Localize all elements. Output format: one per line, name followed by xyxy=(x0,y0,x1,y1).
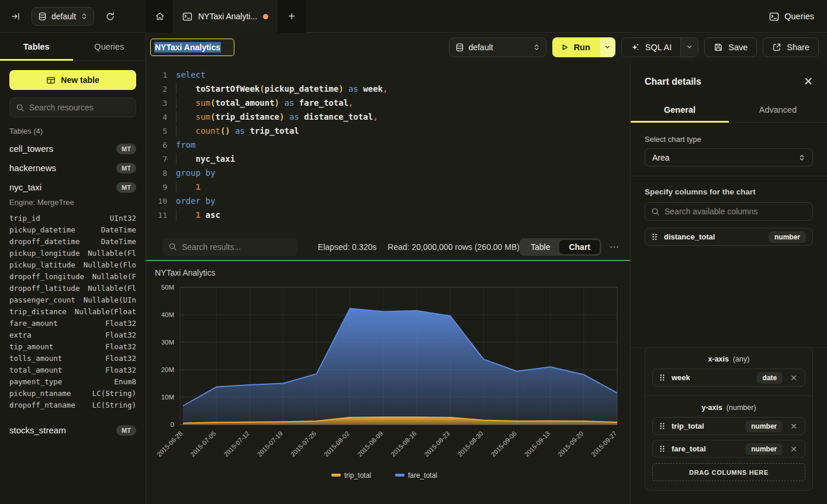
remove-column-icon[interactable]: ✕ xyxy=(789,422,798,431)
save-button[interactable]: Save xyxy=(704,37,757,57)
column-type: UInt32 xyxy=(110,214,136,225)
sidebar-tab-queries[interactable]: Queries xyxy=(73,33,146,60)
chart-type-select[interactable]: Area xyxy=(645,148,813,166)
svg-text:2015-08-09: 2015-08-09 xyxy=(356,430,384,458)
columns-search[interactable] xyxy=(645,202,813,221)
chart-details-panel: Chart details ✕ General Advanced Select … xyxy=(630,61,827,504)
column-row: dropoff_longitude Nullable(F xyxy=(9,272,136,284)
run-options-button[interactable] xyxy=(600,37,615,57)
legend-item[interactable]: trip_total xyxy=(331,471,371,479)
tab-general[interactable]: General xyxy=(631,98,729,122)
column-name: dropoff_ntaname xyxy=(9,401,75,412)
svg-text:2015-08-23: 2015-08-23 xyxy=(423,430,451,458)
column-type: DateTime xyxy=(101,237,136,249)
sidebar-tab-tables[interactable]: Tables xyxy=(0,33,73,60)
results-search[interactable] xyxy=(162,238,297,256)
query-toolbar: NYTaxi Analytics default Run xyxy=(146,33,827,61)
column-name: payment_type xyxy=(9,377,62,389)
share-button[interactable]: Share xyxy=(763,37,819,57)
table-row[interactable]: cell_towers MT xyxy=(0,139,146,158)
table-row[interactable]: hackernews MT xyxy=(0,158,146,178)
x-axis-items: week date ✕ xyxy=(652,369,805,387)
database-selector[interactable]: default xyxy=(32,7,94,26)
column-name: trip_distance xyxy=(9,307,67,319)
column-name: pickup_latitude xyxy=(9,260,75,272)
columns-search-input[interactable] xyxy=(665,207,807,216)
table-row[interactable]: stocks_stream MT xyxy=(0,420,146,440)
save-icon xyxy=(714,43,723,52)
code-line: 5 count() as trip_total xyxy=(146,124,630,138)
drag-handle-icon[interactable] xyxy=(652,232,658,241)
results-search-input[interactable] xyxy=(182,242,292,252)
drag-handle-icon[interactable] xyxy=(659,373,665,382)
line-number: 1 xyxy=(151,71,167,79)
column-row: tip_amount Float32 xyxy=(9,342,136,354)
svg-text:20M: 20M xyxy=(161,366,174,373)
sidebar: Tables Queries New table Tables (4) cell… xyxy=(0,33,146,504)
column-pill[interactable]: distance_total number xyxy=(645,228,813,246)
read-stat: Read: 20,000,000 rows (260.00 MB) xyxy=(387,242,520,252)
engine-label: Engine: MergeTree xyxy=(0,197,146,211)
tab-nytaxi-analytics[interactable]: NYTaxi Analyti... xyxy=(173,0,278,33)
column-row: trip_id UInt32 xyxy=(9,214,136,225)
panel-tabs: General Advanced xyxy=(631,98,827,123)
view-toggle: Table Chart xyxy=(520,238,601,256)
tables-list: cell_towers MT hackernews MT nyc_taxi MT… xyxy=(0,139,146,440)
svg-text:30M: 30M xyxy=(161,339,174,346)
queries-button[interactable]: Queries xyxy=(769,12,814,21)
column-type: Nullable(Fl xyxy=(88,284,136,296)
column-type: Float32 xyxy=(105,366,136,377)
new-table-button[interactable]: New table xyxy=(9,70,136,90)
query-title-input[interactable]: NYTaxi Analytics xyxy=(150,39,234,56)
close-panel-icon[interactable]: ✕ xyxy=(804,76,813,87)
sql-editor[interactable]: 1 select 2 toStartOfWeek(pickup_datetime… xyxy=(146,61,630,234)
new-tab-button[interactable]: + xyxy=(278,0,306,33)
line-number: 9 xyxy=(151,183,167,192)
sidebar-search-input[interactable] xyxy=(29,103,130,112)
sidebar-search[interactable] xyxy=(9,98,136,117)
remove-column-icon[interactable]: ✕ xyxy=(789,444,798,454)
column-row: total_amount Float32 xyxy=(9,366,136,377)
sql-ai-button[interactable]: SQL AI xyxy=(622,38,680,57)
column-name: passenger_count xyxy=(9,296,75,307)
svg-text:2015-07-19: 2015-07-19 xyxy=(256,430,284,458)
column-name: extra xyxy=(9,331,32,342)
toggle-chart[interactable]: Chart xyxy=(559,240,600,254)
svg-text:2015-09-13: 2015-09-13 xyxy=(523,430,551,458)
code-line: 6 from xyxy=(146,138,630,152)
collapse-sidebar-icon[interactable] xyxy=(8,9,23,24)
home-tab[interactable] xyxy=(146,0,173,33)
column-type: Enum8 xyxy=(114,377,136,389)
code-line: 8 group by xyxy=(146,166,630,180)
code-text: 1 xyxy=(176,182,200,192)
table-name: stocks_stream xyxy=(9,425,116,435)
column-pill[interactable]: fare_total number ✕ xyxy=(652,440,805,458)
code-line: 11 1 asc xyxy=(146,208,630,222)
refresh-icon[interactable] xyxy=(102,9,117,24)
more-options-icon[interactable]: ⋯ xyxy=(606,241,623,252)
query-database-selector[interactable]: default xyxy=(449,37,546,57)
tab-advanced[interactable]: Advanced xyxy=(729,98,827,122)
table-row[interactable]: nyc_taxi MT xyxy=(0,178,146,197)
query-tab-icon xyxy=(182,12,192,21)
run-button[interactable]: Run xyxy=(552,37,600,57)
chart-type-label: Select chart type xyxy=(645,135,813,144)
legend-item[interactable]: fare_total xyxy=(395,471,437,479)
remove-column-icon[interactable]: ✕ xyxy=(789,373,798,383)
run-label: Run xyxy=(574,43,590,52)
sql-ai-options-button[interactable] xyxy=(680,38,698,57)
top-bar: default NYTaxi Analyti... xyxy=(0,0,827,33)
drag-handle-icon[interactable] xyxy=(659,422,665,430)
drag-handle-icon[interactable] xyxy=(659,444,665,453)
column-pill[interactable]: week date ✕ xyxy=(652,369,805,387)
column-name: tolls_amount xyxy=(9,354,62,366)
code-line: 3 sum(total_amount) as fare_total, xyxy=(146,96,630,110)
column-pill[interactable]: trip_total number ✕ xyxy=(652,417,805,435)
engine-badge: MT xyxy=(116,144,136,154)
pill-name: week xyxy=(672,373,690,382)
drop-zone[interactable]: DRAG COLUMNS HERE xyxy=(652,463,805,481)
toggle-table[interactable]: Table xyxy=(521,240,559,254)
column-type: LC(String) xyxy=(92,401,136,412)
save-label: Save xyxy=(728,43,748,52)
tab-strip: NYTaxi Analyti... + xyxy=(146,0,306,33)
